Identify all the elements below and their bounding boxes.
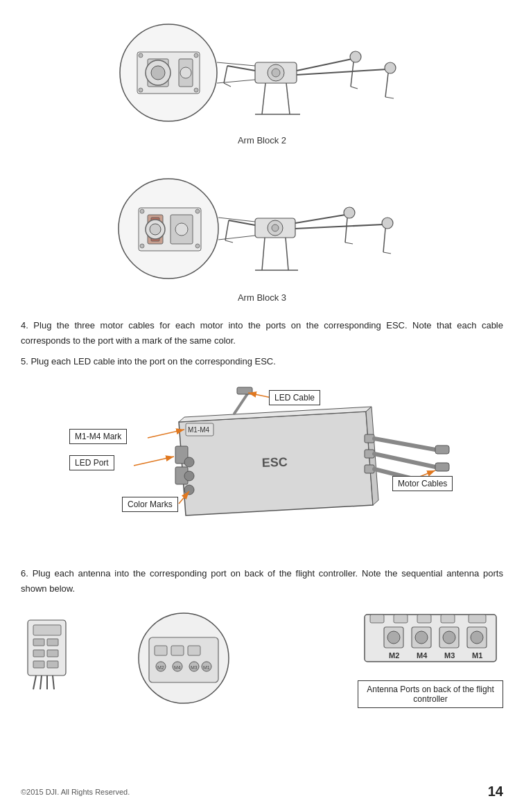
svg-point-51 [344,207,355,218]
svg-line-18 [224,83,231,87]
copyright-text: ©2015 DJI. All Rights Reserved. [21,788,130,796]
arm-block-3-diagram [21,168,503,289]
svg-rect-95 [33,661,44,668]
svg-point-39 [195,209,200,213]
svg-line-97 [33,676,36,689]
arm-block-2-diagram [21,14,503,132]
svg-line-79 [234,393,248,414]
page-container: Arm Block 2 [0,0,524,812]
svg-line-26 [385,97,394,98]
svg-line-84 [148,430,184,438]
svg-rect-76 [435,445,449,454]
antenna-left-diagrams: M2 M4 M3 M1 [21,610,239,707]
svg-point-6 [180,67,191,78]
svg-point-127 [471,631,483,644]
svg-line-54 [295,224,383,229]
arm-block-2-caption: Arm Block 2 [238,135,286,145]
svg-point-124 [387,631,400,644]
svg-line-43 [218,236,255,240]
page-footer: ©2015 DJI. All Rights Reserved. 14 [21,784,503,800]
svg-text:M4: M4 [174,665,181,670]
svg-line-59 [286,238,288,270]
svg-line-25 [385,73,388,97]
arm-block-2-section: Arm Block 2 [21,7,503,154]
svg-rect-93 [33,650,44,657]
svg-rect-96 [47,661,58,668]
svg-rect-118 [441,615,455,623]
svg-point-24 [385,62,396,73]
svg-text:M3: M3 [191,665,198,670]
antenna-ports-label: Antenna Ports on back of the flight cont… [358,680,503,708]
svg-line-28 [286,83,290,114]
svg-point-67 [184,457,194,467]
svg-text:M3: M3 [444,651,455,660]
svg-line-11 [217,62,255,66]
svg-point-69 [184,485,194,495]
svg-rect-115 [370,615,384,623]
svg-point-10 [194,88,198,92]
svg-line-53 [345,242,353,244]
svg-rect-104 [171,646,184,655]
svg-line-50 [295,215,345,223]
svg-text:M2: M2 [389,651,399,660]
svg-rect-90 [33,625,61,635]
svg-line-17 [224,66,227,83]
svg-line-19 [297,59,352,71]
svg-point-41 [195,244,200,248]
arm-block-3-caption: Arm Block 3 [238,292,286,303]
svg-line-58 [262,238,265,270]
svg-line-48 [225,220,229,240]
svg-rect-119 [469,615,486,623]
svg-point-4 [151,66,165,80]
svg-text:M1-M4: M1-M4 [188,426,210,434]
svg-text:M1: M1 [203,665,210,670]
svg-rect-77 [435,463,449,471]
svg-line-16 [227,66,255,71]
svg-line-49 [225,240,233,242]
svg-point-37 [175,223,188,236]
svg-point-126 [443,631,455,644]
arm-block-3-section: Arm Block 3 [21,161,503,311]
svg-line-98 [40,676,42,689]
led-cable-label: LED Cable [269,390,320,405]
svg-point-35 [150,224,161,235]
step-5-text: 5. Plug each LED cable into the port on … [21,354,503,369]
svg-rect-117 [417,615,431,623]
color-marks-label: Color Marks [122,497,178,512]
svg-line-21 [351,62,353,87]
step-6-text: 6. Plug each antenna into the correspond… [21,566,503,597]
svg-line-57 [383,252,391,254]
svg-point-8 [194,53,198,58]
svg-point-38 [140,209,144,213]
svg-point-40 [140,244,144,248]
svg-point-7 [139,53,143,58]
svg-text:M2: M2 [157,665,164,670]
svg-point-46 [272,224,279,231]
svg-line-73 [374,439,435,450]
svg-rect-103 [155,646,167,655]
esc-diagram-container: ESC [26,380,498,547]
svg-rect-94 [47,650,58,657]
svg-line-74 [374,454,435,467]
svg-text:M1: M1 [472,651,482,660]
svg-text:ESC: ESC [261,455,288,470]
svg-rect-116 [394,615,408,623]
svg-line-85 [134,457,174,466]
led-port-label: LED Port [69,455,114,470]
svg-text:M4: M4 [417,651,428,660]
page-number: 14 [488,784,503,800]
svg-line-27 [262,83,265,114]
svg-rect-92 [47,639,58,646]
motor-cables-label: Motor Cables [392,476,453,491]
svg-point-9 [139,88,143,92]
step-4-text: 4. Plug the three motor cables for each … [21,318,503,348]
svg-line-100 [53,676,54,689]
svg-point-15 [272,69,280,77]
svg-line-12 [217,80,255,83]
svg-rect-91 [33,639,44,646]
svg-line-23 [297,69,387,75]
svg-point-68 [184,471,194,481]
svg-rect-102 [149,637,218,682]
svg-point-125 [415,631,428,644]
svg-line-52 [345,218,347,242]
